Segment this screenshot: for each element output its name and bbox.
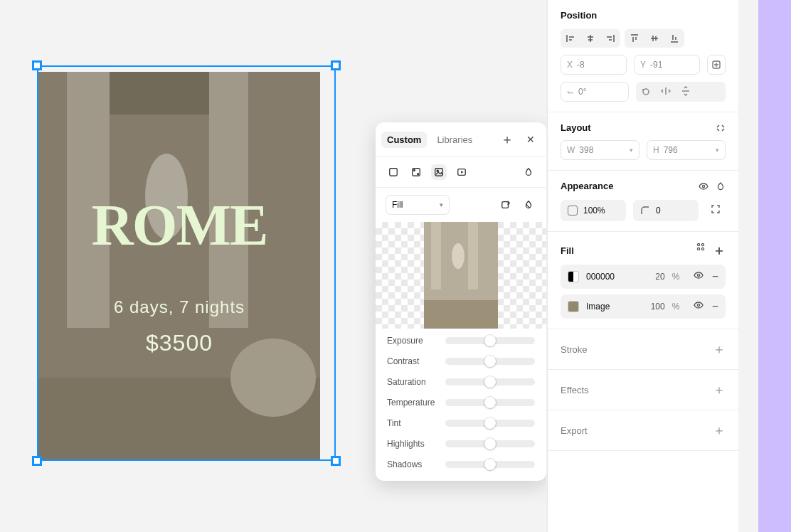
slider-label-temperature: Temperature: [387, 398, 435, 408]
opacity-field[interactable]: 100%: [561, 200, 626, 221]
blend-mode-icon[interactable]: [521, 164, 536, 180]
fill-swatch-image[interactable]: [568, 301, 579, 312]
section-export[interactable]: Export＋: [548, 410, 738, 451]
radius-icon: [640, 206, 650, 216]
section-stroke[interactable]: Stroke＋: [548, 329, 738, 370]
svg-rect-18: [431, 222, 441, 289]
slider-temperature[interactable]: [445, 399, 535, 406]
slider-label-tint: Tint: [387, 418, 401, 428]
fill-mode-row: Fill ▾: [376, 188, 546, 222]
add-export-icon[interactable]: ＋: [713, 422, 726, 439]
align-vcenter-icon[interactable]: [644, 29, 664, 48]
flip-v-icon[interactable]: [676, 82, 696, 100]
chevron-down-icon: ▾: [716, 147, 719, 154]
rotation-field[interactable]: ⌙ 0°: [561, 82, 629, 102]
align-right-icon[interactable]: [600, 29, 620, 48]
height-field[interactable]: H 796 ▾: [647, 140, 726, 160]
add-effect-icon[interactable]: ＋: [713, 381, 726, 398]
image-preview[interactable]: [376, 222, 546, 329]
blend-icon[interactable]: [716, 181, 726, 191]
fill-row-image[interactable]: Image 100 % −: [561, 294, 726, 319]
width-field[interactable]: W 398 ▾: [561, 140, 639, 160]
replace-image-icon[interactable]: [498, 197, 514, 213]
rotate-90-icon[interactable]: [636, 82, 656, 100]
slider-highlights[interactable]: [445, 440, 535, 447]
resize-handle-tl[interactable]: [32, 60, 42, 70]
fill-remove-icon[interactable]: −: [712, 300, 718, 313]
x-field[interactable]: X -8: [561, 55, 627, 75]
expand-corners-icon[interactable]: [706, 200, 726, 218]
svg-point-20: [452, 243, 464, 269]
fill-swatch-color[interactable]: [568, 271, 579, 282]
flip-h-icon[interactable]: [656, 82, 676, 100]
angle-icon: ⌙: [567, 87, 574, 97]
slider-exposure[interactable]: [445, 337, 535, 344]
add-icon[interactable]: ＋: [501, 131, 514, 148]
section-appearance: Appearance 100% 0: [548, 171, 738, 232]
fill-mode-value: Fill: [392, 200, 403, 210]
popover-tabs: Custom Libraries ＋ ✕: [376, 122, 546, 157]
image-fill-icon[interactable]: [431, 164, 447, 180]
slider-label-contrast: Contrast: [387, 356, 419, 366]
close-icon[interactable]: ✕: [526, 134, 535, 145]
align-left-icon[interactable]: [561, 29, 580, 48]
svg-rect-9: [390, 169, 398, 176]
fill-styles-icon[interactable]: [696, 242, 706, 259]
align-hcenter-icon[interactable]: [580, 29, 600, 48]
resize-handle-bl[interactable]: [32, 456, 42, 466]
visibility-icon[interactable]: [699, 181, 708, 191]
section-position: Position X -8 Y -91: [548, 0, 738, 112]
svg-point-11: [414, 170, 415, 171]
resize-handle-br[interactable]: [331, 456, 341, 466]
add-stroke-icon[interactable]: ＋: [713, 341, 726, 358]
slider-contrast[interactable]: [445, 358, 535, 365]
chevron-down-icon: ▾: [440, 201, 443, 208]
frame-subtitle: 6 days, 7 nights: [38, 297, 320, 317]
position-title: Position: [561, 10, 597, 21]
inspector-panel: Position X -8 Y -91: [547, 0, 738, 532]
slider-label-saturation: Saturation: [387, 377, 426, 387]
svg-point-29: [697, 304, 699, 306]
svg-point-23: [702, 185, 704, 187]
appearance-title: Appearance: [561, 181, 613, 191]
align-top-icon[interactable]: [625, 29, 644, 48]
position-more-icon[interactable]: [707, 55, 726, 75]
fill-remove-icon[interactable]: −: [712, 270, 718, 283]
section-layout: Layout W 398 ▾ H 796 ▾: [548, 112, 738, 171]
fill-visibility-icon[interactable]: [694, 270, 704, 283]
slider-label-shadows: Shadows: [387, 459, 422, 469]
svg-point-26: [697, 248, 699, 250]
y-field[interactable]: Y -91: [634, 55, 700, 75]
frame-price: $3500: [38, 330, 320, 356]
slider-tint[interactable]: [445, 420, 535, 427]
section-effects[interactable]: Effects＋: [548, 370, 738, 410]
slider-saturation[interactable]: [445, 378, 535, 385]
fill-row-color[interactable]: 000000 20 % −: [561, 265, 726, 289]
frame-title: ROME: [38, 196, 320, 255]
section-fill: Fill ＋ 000000 20 % − Image 100 % −: [548, 232, 738, 329]
svg-point-24: [697, 243, 699, 245]
tab-custom[interactable]: Custom: [381, 132, 427, 148]
rotate-image-icon[interactable]: [521, 197, 536, 213]
gradient-fill-icon[interactable]: [408, 164, 424, 180]
corner-radius-field[interactable]: 0: [633, 200, 699, 221]
fill-visibility-icon[interactable]: [694, 300, 704, 313]
collapse-icon[interactable]: [716, 123, 726, 133]
fill-title: Fill: [561, 245, 574, 256]
align-bottom-icon[interactable]: [664, 29, 684, 48]
slider-shadows[interactable]: [445, 461, 535, 468]
svg-rect-19: [468, 222, 478, 289]
image-fill-popover[interactable]: Custom Libraries ＋ ✕ Fill ▾: [376, 122, 546, 481]
svg-rect-21: [424, 300, 498, 329]
add-fill-icon[interactable]: ＋: [713, 242, 726, 259]
image-preview-thumb: [424, 222, 498, 329]
solid-fill-icon[interactable]: [386, 164, 401, 180]
fill-mode-select[interactable]: Fill ▾: [386, 195, 450, 215]
svg-point-12: [418, 174, 419, 175]
opacity-icon: [568, 206, 578, 216]
resize-handle-tr[interactable]: [331, 60, 341, 70]
svg-point-27: [701, 248, 704, 250]
tab-libraries[interactable]: Libraries: [437, 134, 472, 145]
video-fill-icon[interactable]: [454, 164, 469, 180]
svg-point-14: [437, 170, 438, 171]
